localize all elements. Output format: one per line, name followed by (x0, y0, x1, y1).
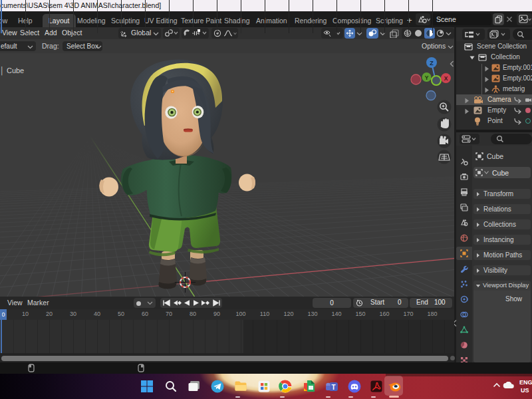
svg-text:T: T (331, 384, 335, 391)
svg-text:X: X (444, 75, 448, 82)
svg-text:Y: Y (425, 74, 429, 81)
svg-text:Z: Z (430, 60, 434, 66)
